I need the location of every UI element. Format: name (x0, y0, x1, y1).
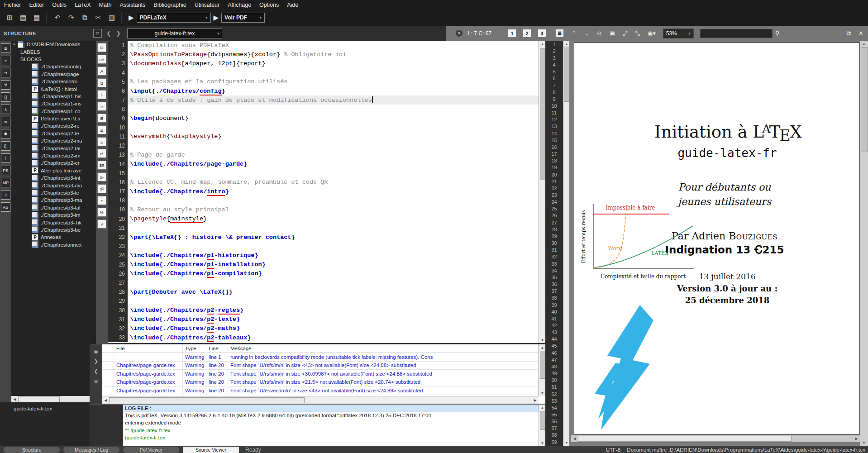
clear-icon[interactable]: ⊗ (90, 378, 102, 384)
editor-line[interactable]: 16% Licence CC, mind map, sommaire, préa… (108, 178, 539, 187)
tree-item[interactable]: ./Chapitres/p3-im (11, 211, 96, 219)
tree-item[interactable]: PAnnexes (11, 234, 96, 241)
misc-text-icon[interactable]: ᛉ (1, 153, 10, 163)
editor-line[interactable]: 13% Page de garde (108, 150, 539, 159)
tree-item[interactable]: ./Chapitres/p2-ma (11, 137, 96, 144)
editor-line[interactable]: 3\documentclass[a4paper, 12pt]{report} (108, 59, 539, 68)
editor-line[interactable]: 24\include{./Chapitres/p1-historique} (108, 251, 539, 260)
misc-symbols-icon[interactable]: ∀ (1, 80, 10, 90)
pdf-page[interactable]: Initiation à LATEX guide-latex-fr Pour d… (574, 43, 859, 434)
prev-error-icon[interactable]: ❮ (90, 368, 102, 374)
ref-icon[interactable]: ref (97, 55, 106, 64)
new-document-icon[interactable]: ⊞ (4, 13, 15, 23)
editor-line[interactable]: 21 (108, 224, 539, 233)
tree-item[interactable]: LABELS (11, 48, 96, 55)
refresh-structure-icon[interactable]: ⟳ (93, 29, 102, 38)
toggle-view-icon[interactable]: ◉ (90, 348, 102, 354)
editor-line[interactable]: 26\include{./Chapitres/p1-compilation} (108, 269, 539, 278)
tree-item[interactable]: ./Chapitres/p2-tal (11, 144, 96, 152)
message-row[interactable]: Warningline 1running in backwards compat… (102, 353, 539, 362)
pstricks-icon[interactable]: PS (1, 166, 10, 175)
greek-letters-icon[interactable]: λ (1, 105, 10, 114)
page-3-button[interactable]: 3 (538, 29, 546, 38)
quick-build-button[interactable]: ▶ (129, 14, 134, 22)
pdf-vscrollbar[interactable]: ▲ ▼ (860, 41, 868, 446)
message-row[interactable]: Chapitres/page-garde.texWarningline 20Fo… (102, 378, 539, 387)
messages-table[interactable]: FileTypeLineMessageWarningline 1running … (102, 344, 539, 396)
editor-vscrollbar[interactable]: ▲ ▼ (539, 41, 546, 343)
brackets-icon[interactable]: (]. (1, 141, 10, 151)
editor-line[interactable]: 28\part{Débuter avec \LaTeX{}} (108, 287, 539, 296)
arrow-symbols-icon[interactable]: ⇒ (1, 68, 10, 77)
undo-icon[interactable]: ↶ (52, 13, 63, 23)
frac-icon[interactable]: ÷ (97, 196, 106, 205)
editor-line[interactable]: 15 (108, 169, 539, 178)
tree-item[interactable]: ./Chapitres/intro (11, 78, 96, 85)
message-row[interactable]: Chapitres/page-garde.texWarningline 20Fo… (102, 370, 539, 378)
editor-line[interactable]: 25\include{./Chapitres/p1-installation} (108, 260, 539, 269)
metapost-icon[interactable]: MP (1, 178, 10, 187)
next-page-icon[interactable]: ⌄ (584, 30, 589, 37)
previous-page-icon[interactable]: ⌃ (572, 30, 577, 37)
menu-latex[interactable]: LaTeX (71, 2, 95, 8)
editor-line[interactable]: 33\include{./Chapitres/p2-tableaux} (108, 333, 539, 342)
tree-item[interactable]: ./Chapitres/p3-mo (11, 181, 96, 189)
align-left-icon[interactable]: ≣ (97, 114, 106, 123)
nav-back-icon[interactable]: ❮ (106, 30, 111, 37)
editor-line[interactable]: 32\include{./Chapitres/p2-maths} (108, 324, 539, 333)
editor-line[interactable]: 14\include{./Chapitres/page-garde} (108, 159, 539, 168)
tree-item[interactable]: ./Chapitres/page- (11, 71, 96, 78)
structure-tree[interactable]: ▾D:\ADRIEN\DownloadsLABELSBLOCKS./Chapit… (11, 41, 96, 396)
tree-item[interactable]: ▾D:\ADRIEN\Downloads (11, 41, 96, 48)
superscript-icon[interactable]: x² (97, 184, 106, 193)
tree-item[interactable]: ./Chapitres/p3-Tik (11, 219, 96, 226)
editor-line[interactable]: 30\include{./Chapitres/p2-regles} (108, 305, 539, 315)
tree-item[interactable]: ./Chapitres/p3-tal (11, 204, 96, 211)
save-icon[interactable]: ▦ (31, 13, 42, 23)
tree-item[interactable]: ./Chapitres/p1-his (11, 93, 96, 100)
status-button-structure[interactable]: Structure (4, 447, 60, 453)
compiler-select[interactable]: PDFLaTeX ▾ (137, 13, 211, 23)
editor-line[interactable]: 29 (108, 296, 539, 305)
editor-line[interactable]: 8 (108, 105, 539, 114)
editor-line[interactable]: 31\include{./Chapitres/p2-texte} (108, 315, 539, 324)
tree-item[interactable]: ./Chapitres/p3-ma (11, 196, 96, 204)
menu-affichage[interactable]: Affichage (224, 2, 255, 8)
special-chars-icon[interactable]: ✱ (1, 129, 10, 138)
status-button-pdf-viewer[interactable]: Pdf Viewer (123, 447, 179, 453)
menu-aide[interactable]: Aide (283, 2, 302, 8)
open-file-item[interactable]: guide-latex-fr.tex (0, 402, 96, 411)
editor-line[interactable]: 19% Retour au style principal (108, 205, 539, 214)
structure-hscrollbar[interactable]: ◀ ▶ (11, 396, 96, 402)
search-icon[interactable]: ⚲ (775, 30, 780, 37)
tree-item[interactable]: ./Chapitres/p1-ins (11, 100, 96, 107)
editor-line[interactable]: 4 (108, 68, 539, 77)
tree-item[interactable]: ./Chapitres/p3-te (11, 189, 96, 196)
sqrt-icon[interactable]: √ (97, 219, 106, 229)
editor-line[interactable]: 1% Compilation sous PDFLaTeX (108, 41, 539, 50)
page-2-button[interactable]: 2 (523, 29, 531, 38)
source-viewer-scrollbar[interactable]: ▲ ▼ (563, 41, 570, 446)
editor-line[interactable]: 5% Les packages et la configuration util… (108, 77, 539, 86)
emph-icon[interactable]: e (97, 102, 106, 111)
editor-line[interactable]: 27 (108, 278, 539, 287)
menu-math[interactable]: Math (95, 2, 116, 8)
math-mode-icon[interactable]: $$ (97, 161, 106, 170)
embed-window-icon[interactable]: ⤡ (635, 30, 639, 37)
pdf-detach-icon[interactable]: ⧉ (847, 30, 851, 37)
tree-item[interactable]: P\LaTeX{} : histoi (11, 85, 96, 92)
continuous-mode-button[interactable]: ≣ (555, 29, 564, 38)
newline-icon[interactable]: ↵ (97, 149, 106, 158)
editor-line[interactable]: 20\pagestyle{mainstyle} (108, 215, 539, 224)
menu-fichier[interactable]: Fichier (0, 2, 25, 8)
dfrac-icon[interactable]: ½ (97, 208, 106, 217)
cut-icon[interactable]: ✂ (93, 13, 104, 23)
zoom-level-select[interactable]: 53% ▾ (663, 29, 694, 38)
copy-icon[interactable]: ⧉ (79, 13, 90, 23)
log-output[interactable]: LOG FILE :This is pdfTeX, Version 3.1415… (123, 405, 539, 446)
open-files-list[interactable]: guide-latex-fr.tex (0, 402, 96, 446)
delimiters-icon[interactable]: {} (1, 92, 10, 102)
pdf-search-input[interactable] (700, 29, 773, 38)
editor-line[interactable]: 12 (108, 141, 539, 150)
misc-math-icon[interactable]: ∞ (1, 117, 10, 126)
